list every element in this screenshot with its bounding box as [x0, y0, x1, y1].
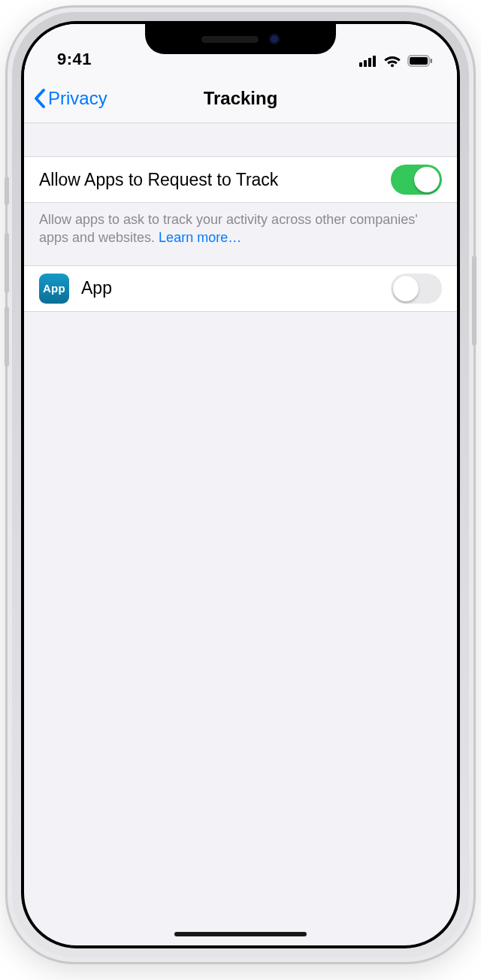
svg-point-4 [391, 64, 394, 67]
svg-rect-6 [410, 57, 428, 65]
chevron-left-icon [33, 88, 47, 109]
volume-up-button [5, 233, 9, 293]
svg-rect-2 [368, 58, 371, 67]
app-tracking-cell: AppApp [24, 265, 457, 312]
front-camera-icon [269, 34, 280, 44]
learn-more-link[interactable]: Learn more… [159, 230, 241, 245]
battery-icon [407, 55, 433, 67]
settings-content: Allow Apps to Request to Track Allow app… [24, 123, 457, 312]
status-icons [359, 54, 433, 69]
cellular-signal-icon [359, 55, 377, 67]
allow-apps-request-label: Allow Apps to Request to Track [39, 170, 391, 190]
notch [145, 24, 336, 54]
navigation-bar: Privacy Tracking [24, 74, 457, 123]
app-tracking-toggle[interactable] [391, 274, 442, 304]
allow-apps-request-toggle[interactable] [391, 165, 442, 195]
back-label: Privacy [48, 88, 107, 109]
screen: 9:41 [24, 24, 457, 945]
app-name-label: App [81, 278, 391, 298]
home-indicator[interactable] [174, 932, 307, 936]
allow-apps-request-cell: Allow Apps to Request to Track [24, 156, 457, 203]
tracking-footer: Allow apps to ask to track your activity… [24, 203, 457, 265]
svg-rect-1 [364, 60, 367, 67]
iphone-device-frame: 9:41 [8, 8, 473, 962]
silence-switch [5, 177, 9, 205]
svg-rect-3 [373, 56, 376, 67]
volume-down-button [5, 307, 9, 367]
app-icon: App [39, 274, 69, 304]
wifi-icon [383, 54, 401, 68]
svg-rect-0 [359, 62, 362, 67]
power-button [472, 256, 476, 346]
svg-rect-7 [431, 59, 433, 63]
back-button[interactable]: Privacy [33, 88, 107, 109]
status-time: 9:41 [57, 50, 92, 69]
